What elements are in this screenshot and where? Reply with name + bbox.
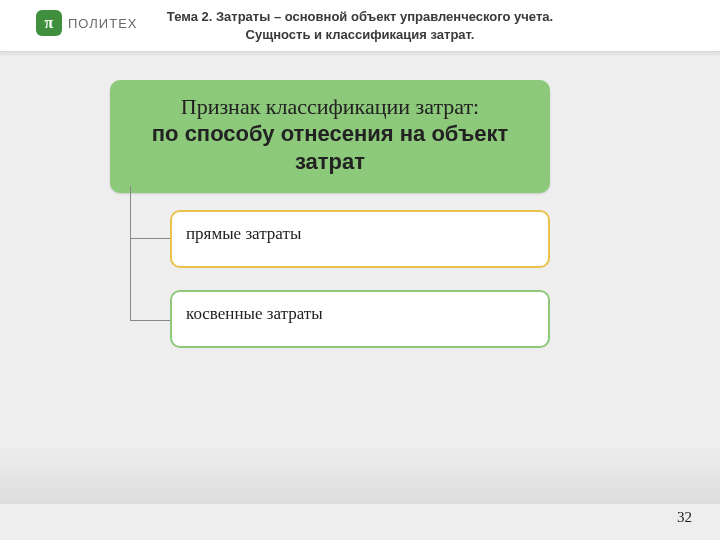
classification-heading: Признак классификации затрат: — [128, 94, 532, 120]
connector-trunk — [130, 186, 131, 321]
connector-branch-1 — [130, 238, 170, 239]
child-label: косвенные затраты — [186, 304, 323, 323]
child-box-direct-costs: прямые затраты — [170, 210, 550, 268]
footer-gradient — [0, 444, 720, 504]
slide-title-line1: Тема 2. Затраты – основной объект управл… — [167, 9, 553, 24]
classification-subheading: по способу отнесения на объект затрат — [128, 120, 532, 175]
child-label: прямые затраты — [186, 224, 301, 243]
classification-root-box: Признак классификации затрат: по способу… — [110, 80, 550, 193]
slide-title-line2: Сущность и классификация затрат. — [246, 27, 475, 42]
slide-title: Тема 2. Затраты – основной объект управл… — [0, 8, 720, 43]
header-strip: π ПОЛИТЕХ Тема 2. Затраты – основной объ… — [0, 0, 720, 52]
page-number: 32 — [677, 509, 692, 526]
child-box-indirect-costs: косвенные затраты — [170, 290, 550, 348]
connector-branch-2 — [130, 320, 170, 321]
